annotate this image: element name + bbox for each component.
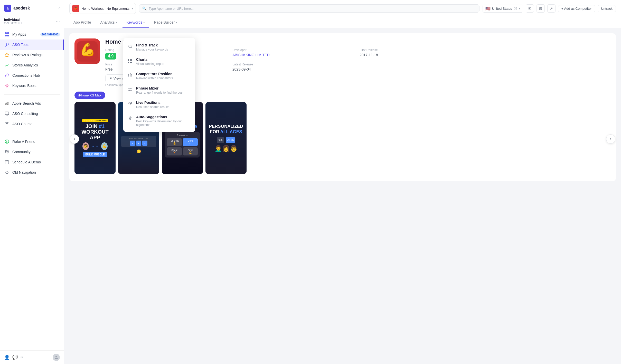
tab-keywords[interactable]: Keywords ▾ (123, 17, 149, 28)
svg-rect-2 (5, 35, 7, 36)
developer-link[interactable]: ABISHKKING LIMITED. (232, 53, 356, 57)
sidebar-item-label: Stores Analytics (12, 63, 38, 67)
tab-app-profile[interactable]: App Profile (69, 17, 95, 28)
user-avatar[interactable] (53, 354, 60, 361)
dropdown-item-subtitle: Ranking within competitors (136, 76, 173, 80)
app-selector[interactable]: 🍎 Home Workout - No Equipments ▾ (69, 3, 136, 14)
sidebar-item-connections-hub[interactable]: Connections Hub (0, 70, 64, 81)
country-name: United States (492, 7, 512, 11)
svg-point-12 (7, 151, 8, 152)
calendar-icon (4, 159, 10, 165)
keywords-dropdown-menu: Find & Track Manage your keywords Charts… (123, 38, 195, 132)
sidebar-user-info: Individual 229 DAYS LEFT ··· (0, 15, 64, 27)
svg-rect-23 (131, 60, 132, 61)
logo-text: asodesk (13, 6, 30, 11)
star-icon (4, 52, 10, 58)
svg-point-11 (5, 150, 7, 152)
sidebar-item-schedule-demo[interactable]: Schedule A Demo (0, 157, 64, 167)
sidebar-divider-1 (4, 94, 60, 95)
auto-suggestions-icon (127, 115, 133, 121)
competitors-position-icon (127, 72, 133, 78)
sidebar-item-stores-analytics[interactable]: Stores Analytics (0, 60, 64, 70)
find-track-icon (127, 44, 133, 49)
svg-rect-22 (130, 60, 131, 61)
first-release-meta: First Release 2017-11-18 (360, 48, 484, 60)
tools-icon (4, 42, 10, 47)
sidebar-item-label: Reviews & Ratings (12, 53, 43, 57)
chat-icon[interactable]: 💬 (12, 355, 18, 360)
sidebar-item-label: Schedule A Demo (12, 160, 41, 164)
device-tab-iphone-xs-max[interactable]: iPhone XS Max (74, 92, 105, 99)
sidebar-item-aso-tools[interactable]: ASO Tools (0, 40, 64, 50)
svg-rect-0 (5, 32, 7, 34)
dropdown-item-charts[interactable]: Charts Visual ranking report (123, 54, 195, 69)
course-icon (4, 121, 10, 127)
sidebar-item-label: ASO Course (12, 122, 33, 126)
svg-rect-19 (130, 59, 131, 60)
dropdown-item-live-positions[interactable]: Live Positions Real-time search results (123, 97, 195, 112)
svg-text:💪: 💪 (80, 42, 96, 57)
country-arrow: ▾ (519, 7, 520, 10)
sidebar-item-reviews-ratings[interactable]: Reviews & Ratings (0, 50, 64, 60)
user-menu-button[interactable]: ··· (56, 18, 60, 24)
untrack-button[interactable]: Untrack (598, 5, 616, 12)
svg-rect-26 (131, 62, 132, 63)
sidebar-bottom-nav: $ Refer A Friend Community (0, 134, 64, 180)
svg-point-30 (130, 103, 131, 105)
dropdown-item-title: Find & Track (136, 43, 168, 47)
sidebar-item-keyword-boost[interactable]: Keyword Boost (0, 81, 64, 91)
sidebar-item-label: ASO Tools (12, 43, 29, 47)
first-release-value: 2017-11-18 (360, 53, 484, 57)
screenshot-icon-button[interactable]: ⊡ (537, 4, 545, 13)
sidebar-item-label: Connections Hub (12, 73, 40, 77)
dropdown-item-auto-suggestions[interactable]: Auto-Suggestions Best keywords determine… (123, 112, 195, 130)
version-text: is (21, 356, 23, 359)
add-competitor-button[interactable]: + Add as Competitor (558, 5, 595, 12)
sidebar-item-my-apps[interactable]: My Apps 105 / 9999000 (0, 29, 64, 40)
screenshots-next-button[interactable]: › (606, 134, 615, 144)
user-settings-icon[interactable]: 👤 (4, 355, 10, 360)
dropdown-item-subtitle: Rearrange 4 words to find the best (136, 91, 183, 94)
external-link-small-icon: ↗ (109, 76, 112, 80)
svg-point-29 (131, 74, 132, 75)
dropdown-item-subtitle: Best keywords determined by our algorith… (136, 120, 191, 127)
dropdown-item-title: Live Positions (136, 101, 169, 105)
consulting-icon (4, 111, 10, 116)
sidebar-primary-nav: My Apps 105 / 9999000 ASO Tools Reviews … (0, 27, 64, 93)
svg-point-28 (130, 73, 131, 74)
sidebar-item-aso-consulting[interactable]: ASO Consulting (0, 109, 64, 119)
logo-icon: a (4, 5, 11, 12)
live-positions-icon (127, 101, 133, 107)
tab-analytics[interactable]: Analytics ▾ (96, 17, 121, 28)
dropdown-item-competitors-position[interactable]: Competitors Position Ranking within comp… (123, 69, 195, 83)
country-selector[interactable]: 🇺🇸 United States 38 ▾ (483, 5, 523, 13)
sidebar-collapse-button[interactable]: ‹ (59, 6, 60, 11)
sidebar-item-community[interactable]: Community (0, 147, 64, 157)
grid-icon (4, 32, 10, 37)
external-link-icon-button[interactable]: ↗ (547, 4, 556, 13)
dropdown-item-subtitle: Manage your keywords (136, 48, 168, 51)
tab-page-builder[interactable]: Page Builder ▾ (150, 17, 181, 28)
svg-rect-1 (7, 32, 9, 34)
sidebar-item-old-navigation[interactable]: Old Navigation (0, 167, 64, 178)
latest-release-meta: Latest Release 2023-09-04 (232, 63, 356, 71)
search-input[interactable] (149, 7, 476, 11)
svg-text:$: $ (6, 140, 8, 143)
rating-value: 4.9 (105, 53, 116, 60)
dropdown-item-phrase-mixer[interactable]: Phrase Mixer Rearrange 4 words to find t… (123, 83, 195, 97)
sidebar-item-label: Community (12, 150, 31, 154)
screenshots-prev-button[interactable]: ‹ (70, 134, 79, 144)
dropdown-item-find-track[interactable]: Find & Track Manage your keywords (123, 40, 195, 54)
mail-icon-button[interactable]: ✉ (526, 4, 534, 13)
refresh-icon (4, 170, 10, 175)
sidebar-item-aso-course[interactable]: ASO Course (0, 119, 64, 129)
sidebar-divider-2 (4, 133, 60, 133)
dropdown-item-title: Phrase Mixer (136, 86, 183, 90)
sidebar-header: a asodesk ‹ (0, 0, 64, 15)
keywords-dropdown-arrow: ▾ (143, 21, 145, 24)
my-apps-badge: 105 / 9999000 (40, 33, 60, 36)
sidebar-item-refer-a-friend[interactable]: $ Refer A Friend (0, 136, 64, 147)
sidebar-item-apple-search-ads[interactable]: ASA Apple Search Ads (0, 98, 64, 109)
screenshot-1: ⭐⭐⭐⭐⭐ 100M+ Users JOIN #1WORKOUTAPP 👨 →→… (74, 102, 116, 174)
people-icon (4, 149, 10, 155)
